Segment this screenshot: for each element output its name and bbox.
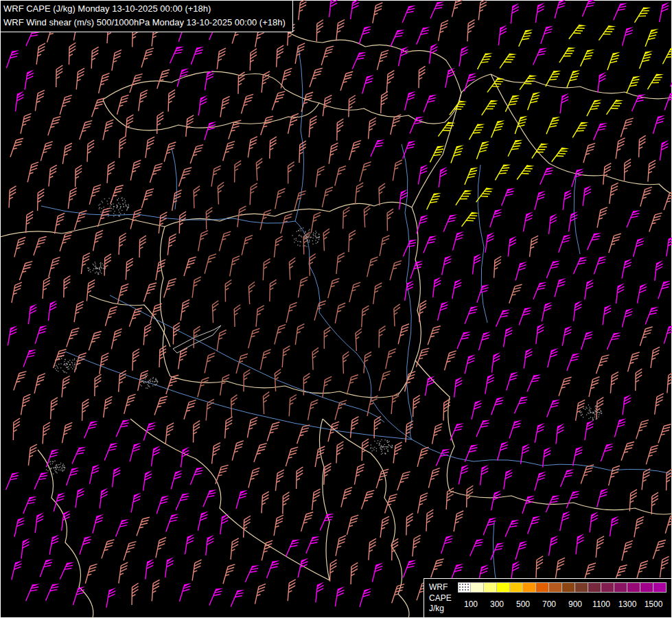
legend-tick-label: 900 bbox=[568, 599, 582, 609]
legend-swatch bbox=[510, 582, 523, 593]
weather-map: WRF CAPE (J/kg) Monday 13-10-2025 00:00 … bbox=[0, 0, 672, 618]
legend-unit-label: J/kg bbox=[429, 604, 452, 615]
legend-swatch bbox=[484, 582, 497, 593]
title-line-shear: WRF Wind shear (m/s) 500/1000hPa Monday … bbox=[3, 16, 286, 30]
legend-swatch bbox=[653, 582, 667, 593]
legend-swatch bbox=[523, 582, 536, 593]
legend-tick-label: 1100 bbox=[592, 599, 610, 609]
legend-swatch bbox=[471, 582, 484, 593]
legend-swatch bbox=[640, 582, 653, 593]
cape-legend: WRF CAPE J/kg 10030050070090011001300150… bbox=[424, 578, 672, 618]
legend-swatch bbox=[497, 582, 510, 593]
legend-tick-label: 700 bbox=[542, 599, 556, 609]
legend-tick-label: 1300 bbox=[618, 599, 637, 609]
legend-tick-labels: 100300500700900110013001500 bbox=[458, 599, 667, 610]
wind-barb-layer bbox=[0, 0, 672, 618]
legend-swatch bbox=[614, 582, 627, 593]
legend-color-swatches bbox=[458, 582, 667, 593]
legend-swatch bbox=[627, 582, 640, 593]
legend-label-column: WRF CAPE J/kg bbox=[429, 582, 452, 615]
legend-tick-label: 500 bbox=[516, 599, 530, 609]
legend-swatch bbox=[562, 582, 575, 593]
legend-swatch bbox=[536, 582, 549, 593]
legend-swatch bbox=[588, 582, 601, 593]
legend-tick-label: 1500 bbox=[645, 599, 663, 609]
legend-model-label: WRF bbox=[429, 582, 452, 593]
map-title-box: WRF CAPE (J/kg) Monday 13-10-2025 00:00 … bbox=[0, 0, 293, 32]
legend-swatch bbox=[549, 582, 562, 593]
legend-swatch bbox=[575, 582, 588, 593]
legend-param-label: CAPE bbox=[429, 593, 452, 604]
legend-tick-label: 100 bbox=[464, 599, 478, 609]
legend-tick-label: 300 bbox=[490, 599, 504, 609]
title-line-cape: WRF CAPE (J/kg) Monday 13-10-2025 00:00 … bbox=[3, 2, 286, 16]
legend-swatch bbox=[458, 582, 471, 593]
legend-swatch bbox=[601, 582, 614, 593]
legend-scale: 100300500700900110013001500 bbox=[458, 582, 667, 610]
